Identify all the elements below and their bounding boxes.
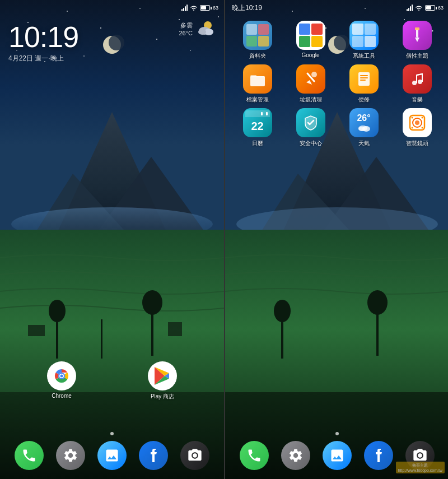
playstore-icon (148, 361, 177, 390)
weather-app-icon: 26° (349, 108, 379, 137)
phone-icon (15, 441, 44, 470)
page-indicator-left (110, 432, 114, 435)
calendar-label: 日曆 (252, 139, 263, 147)
dock-gallery[interactable] (97, 441, 127, 470)
svg-point-80 (421, 127, 423, 129)
calendar-icon: 22 (243, 108, 272, 137)
chrome-label: Chrome (52, 393, 72, 399)
dock-phone-right[interactable] (240, 441, 269, 470)
dock-left (0, 436, 224, 475)
folder-label: 資料夾 (249, 52, 266, 60)
gallery-icon-right (323, 441, 352, 470)
cleaner-app[interactable]: 垃圾清理 (296, 64, 325, 104)
svg-rect-24 (101, 319, 102, 359)
page-indicator-right (335, 432, 339, 435)
file-manager-icon (243, 64, 272, 94)
weather-text: 多雲 26°C (179, 21, 193, 36)
google-label: Google (301, 52, 319, 58)
time-display: 10:19 (8, 22, 78, 52)
svg-rect-25 (28, 325, 45, 336)
right-screen: 晚上10:19 63 (225, 0, 448, 479)
dock-facebook-right[interactable] (364, 441, 393, 470)
svg-rect-67 (360, 80, 366, 81)
svg-line-70 (417, 74, 422, 75)
svg-point-12 (156, 39, 157, 40)
dock-gallery-right[interactable] (323, 441, 352, 470)
apps-grid: 資料夾 Google (225, 18, 448, 155)
dock-settings[interactable] (56, 441, 85, 470)
svg-rect-62 (250, 76, 265, 86)
notes-label: 便條 (358, 96, 370, 104)
svg-point-73 (358, 127, 365, 131)
dock-phone[interactable] (15, 441, 44, 470)
folder-icon (243, 21, 272, 50)
dock-settings-right[interactable] (281, 441, 310, 470)
svg-point-21 (49, 300, 66, 322)
apps-row-2: 檔案管理 垃圾清理 (231, 64, 444, 104)
svg-rect-26 (168, 322, 182, 336)
svg-point-35 (60, 375, 63, 378)
svg-point-14 (218, 16, 219, 17)
system-tools-app[interactable]: 系統工具 (349, 21, 379, 60)
svg-rect-61 (415, 27, 419, 30)
notes-icon (349, 64, 379, 94)
svg-point-69 (418, 80, 422, 84)
wifi-icon-right (415, 4, 423, 11)
apps-row-3: 22 日曆 安全中心 (231, 108, 444, 147)
svg-point-55 (274, 300, 291, 322)
weather-app[interactable]: 26° 天氣 (349, 108, 379, 147)
battery-icon: 63 (200, 5, 218, 11)
svg-point-79 (411, 127, 413, 129)
weather-widget: 多雲 26°C (179, 20, 216, 38)
date-display: 4月22日 週一·晚上 (8, 54, 78, 63)
watermark: 魯哥主題 http://www.looopo.com.tw (396, 462, 445, 473)
smart-lens-label: 智慧鏡頭 (406, 139, 428, 147)
folder-app[interactable]: 資料夾 (243, 21, 272, 60)
cleaner-label: 垃圾清理 (300, 96, 322, 104)
dock-facebook[interactable] (139, 441, 168, 470)
svg-point-57 (367, 290, 388, 315)
svg-point-76 (415, 120, 419, 125)
status-bar-right: 晚上10:19 63 (225, 0, 448, 16)
chrome-icon (47, 361, 76, 390)
svg-point-5 (100, 27, 101, 29)
security-label: 安全中心 (300, 139, 322, 147)
svg-point-78 (421, 117, 423, 119)
phone-icon-right (240, 441, 269, 470)
music-label: 音樂 (412, 96, 423, 104)
signal-icon (181, 4, 188, 11)
svg-rect-66 (360, 77, 368, 78)
playstore-app[interactable]: Play 商店 (148, 361, 177, 401)
facebook-icon-right (364, 441, 393, 470)
svg-marker-60 (415, 38, 419, 42)
security-app[interactable]: 安全中心 (296, 108, 325, 147)
calendar-app[interactable]: 22 日曆 (243, 108, 272, 147)
svg-point-23 (142, 290, 162, 315)
music-icon (403, 64, 432, 94)
time-widget: 10:19 4月22日 週一·晚上 (8, 22, 78, 63)
system-tools-icon (349, 21, 379, 50)
svg-point-11 (83, 55, 85, 57)
svg-rect-64 (358, 72, 370, 86)
file-manager-label: 檔案管理 (246, 96, 269, 104)
smart-lens-icon (403, 108, 432, 137)
camera-icon (180, 441, 209, 470)
notes-app[interactable]: 便條 (349, 64, 379, 104)
weather-label: 天氣 (358, 139, 370, 147)
cleaner-icon (296, 64, 325, 94)
chrome-app[interactable]: Chrome (47, 361, 76, 401)
wifi-icon (190, 4, 198, 11)
status-bar-left: 63 (0, 0, 224, 16)
music-app[interactable]: 音樂 (403, 64, 432, 104)
smart-lens-app[interactable]: 智慧鏡頭 (403, 108, 432, 147)
svg-point-63 (311, 72, 317, 77)
svg-rect-65 (360, 75, 368, 76)
svg-point-2 (109, 35, 124, 50)
security-icon (296, 108, 325, 137)
signal-icon-right (407, 4, 413, 11)
themes-app[interactable]: 個性主題 (403, 21, 432, 60)
google-app[interactable]: Google (296, 21, 325, 60)
file-manager-app[interactable]: 檔案管理 (243, 64, 272, 104)
svg-point-31 (198, 29, 206, 35)
dock-camera[interactable] (180, 441, 209, 470)
